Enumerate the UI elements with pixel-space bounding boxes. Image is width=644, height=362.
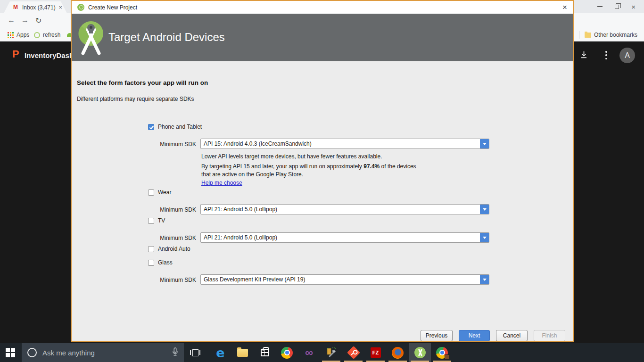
window-controls: × <box>597 0 644 13</box>
site-title: InventoryDashb <box>25 51 78 59</box>
android-auto-label: Android Auto <box>158 246 190 252</box>
taskbar-filezilla-icon[interactable]: FZ <box>364 343 387 362</box>
window-minimize-icon[interactable] <box>597 6 603 7</box>
form-subheading: Different platforms may require separate… <box>77 96 194 102</box>
checkbox-row-auto[interactable]: Android Auto <box>148 246 190 252</box>
tab-close-icon[interactable]: × <box>58 4 62 10</box>
other-bookmarks-label: Other bookmarks <box>594 32 637 38</box>
next-button[interactable]: Next <box>459 330 490 341</box>
taskbar-chrome-icon[interactable] <box>276 343 298 362</box>
window-restore-icon[interactable] <box>615 5 619 9</box>
hint-line-2: By targeting API 15 and later, your app … <box>201 163 494 170</box>
taskbar: Ask me anything e ∞ FZ ∧ <box>0 343 644 362</box>
taskbar-git-icon[interactable] <box>342 343 364 362</box>
dropdown-arrow-icon[interactable] <box>480 275 489 284</box>
android-auto-checkbox[interactable] <box>148 246 154 252</box>
taskbar-chrome-profile-icon[interactable] <box>431 343 453 362</box>
search-placeholder: Ask me anything <box>42 349 172 357</box>
phone-sdk-dropdown[interactable]: API 15: Android 4.0.3 (IceCreamSandwich) <box>200 139 489 149</box>
wear-label: Wear <box>158 189 171 196</box>
apps-shortcut[interactable]: Apps <box>8 28 29 41</box>
tv-sdk-dropdown[interactable]: API 21: Android 5.0 (Lollipop) <box>200 232 489 243</box>
cortana-icon <box>27 348 37 357</box>
hint-line-3: that are active on the Google Play Store… <box>201 171 303 178</box>
folder-icon <box>585 33 591 38</box>
help-me-choose-link[interactable]: Help me choose <box>201 180 242 186</box>
taskbar-android-studio-icon[interactable] <box>409 343 431 362</box>
cancel-button[interactable]: Cancel <box>496 330 528 341</box>
glass-sdk-value: Glass Development Kit Preview (API 19) <box>201 275 480 284</box>
min-sdk-label: Minimum SDK <box>151 141 196 148</box>
tv-sdk-value: API 21: Android 5.0 (Lollipop) <box>201 233 480 242</box>
glass-label: Glass <box>158 259 173 266</box>
bookmarks-divider <box>579 31 579 39</box>
min-sdk-label: Minimum SDK <box>151 206 196 213</box>
phone-label: Phone and Tablet <box>158 123 202 130</box>
min-sdk-label: Minimum SDK <box>151 235 196 241</box>
window-close-icon[interactable]: × <box>631 3 636 10</box>
reload-icon[interactable]: ↻ <box>35 16 41 25</box>
phone-checkbox[interactable] <box>148 124 154 130</box>
other-bookmarks[interactable]: Other bookmarks <box>585 28 637 41</box>
android-studio-logo <box>77 20 105 61</box>
download-icon[interactable] <box>580 51 588 61</box>
back-icon[interactable]: ← <box>8 16 15 25</box>
tv-checkbox[interactable] <box>148 218 154 224</box>
forward-icon[interactable]: → <box>21 16 29 25</box>
apps-label: Apps <box>17 32 29 38</box>
dialog-title: Create New Project <box>88 4 137 11</box>
finish-button[interactable]: Finish <box>534 330 565 341</box>
dropdown-arrow-icon[interactable] <box>480 205 489 214</box>
dropdown-arrow-icon[interactable] <box>480 233 489 242</box>
wizard-step-title: Target Android Devices <box>108 31 225 44</box>
checkbox-row-glass[interactable]: Glass <box>148 259 173 266</box>
cortana-search[interactable]: Ask me anything <box>22 343 184 362</box>
refresh-bookmark-label: refresh <box>43 32 60 38</box>
tv-label: TV <box>158 217 165 224</box>
taskbar-visual-studio-icon[interactable]: ∞ <box>298 343 320 362</box>
device-percentage: 97.4% <box>363 163 380 170</box>
gmail-favicon <box>13 5 19 10</box>
dialog-title-bar[interactable]: Create New Project × <box>72 1 573 14</box>
taskbar-store-icon[interactable] <box>254 343 276 362</box>
wizard-header: Target Android Devices <box>72 14 573 61</box>
taskbar-build-tools-icon[interactable] <box>320 343 342 362</box>
hint-line-1: Lower API levels target more devices, bu… <box>201 153 382 160</box>
browser-tab-gmail[interactable]: Inbox (3,471) - × <box>4 1 67 13</box>
wear-sdk-value: API 21: Android 5.0 (Lollipop) <box>201 205 480 214</box>
wear-sdk-dropdown[interactable]: API 21: Android 5.0 (Lollipop) <box>200 204 489 214</box>
checkbox-row-phone[interactable]: Phone and Tablet <box>148 123 202 130</box>
refresh-bookmark-icon <box>34 32 40 38</box>
pinned-apps: e ∞ FZ <box>209 343 453 362</box>
checkbox-row-tv[interactable]: TV <box>148 217 165 224</box>
checkbox-row-wear[interactable]: Wear <box>148 189 171 196</box>
dialog-close-icon[interactable]: × <box>562 3 567 11</box>
taskbar-edge-icon[interactable]: e <box>209 343 231 362</box>
phone-sdk-value: API 15: Android 4.0.3 (IceCreamSandwich) <box>201 139 480 148</box>
form-heading: Select the form factors your app will ru… <box>77 79 208 86</box>
glass-checkbox[interactable] <box>148 260 154 266</box>
taskbar-file-explorer-icon[interactable] <box>231 343 254 362</box>
android-studio-icon <box>77 4 84 11</box>
taskbar-firefox-icon[interactable] <box>387 343 409 362</box>
avatar[interactable]: A <box>619 48 635 63</box>
start-button[interactable] <box>6 348 15 357</box>
wear-checkbox[interactable] <box>148 189 154 196</box>
site-logo[interactable]: P <box>12 48 19 60</box>
previous-button[interactable]: Previous <box>421 330 453 341</box>
apps-grid-icon <box>8 32 14 38</box>
microphone-icon[interactable] <box>172 347 178 358</box>
min-sdk-label: Minimum SDK <box>151 277 196 283</box>
bookmark-refresh[interactable]: refresh <box>34 28 60 41</box>
chrome-profile-badge <box>445 354 450 360</box>
create-new-project-dialog: Create New Project × Target Android Devi… <box>71 0 574 342</box>
more-menu-icon[interactable] <box>605 51 607 59</box>
task-view-button[interactable] <box>190 349 200 356</box>
wizard-body: Select the form factors your app will ru… <box>72 61 573 341</box>
glass-sdk-dropdown[interactable]: Glass Development Kit Preview (API 19) <box>200 274 489 285</box>
tab-title: Inbox (3,471) - <box>22 4 57 11</box>
screen: Inbox (3,471) - × × ← → ↻ Secure ☆ ⬆ <box>0 0 644 362</box>
dropdown-arrow-icon[interactable] <box>480 139 489 148</box>
